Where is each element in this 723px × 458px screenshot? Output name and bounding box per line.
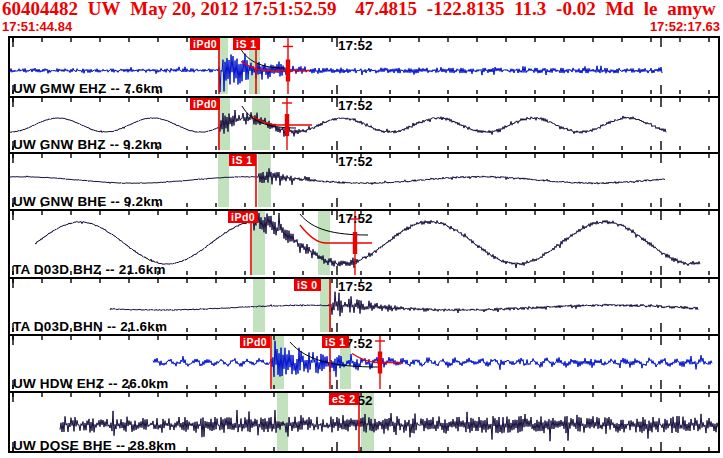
trace-panel-uw-gmw-ehz[interactable]: 17:52 UW GMW EHZ -- 7.6km iPd0iS 1 [8, 36, 720, 96]
minute-label: 17:52 [338, 279, 373, 294]
seismogram-waveform [10, 110, 666, 137]
trace-label: TA D03D BHZ -- 21.6km [13, 262, 166, 277]
coda-marker-bar[interactable] [378, 352, 382, 374]
phase-pick-label[interactable]: iS 1 [229, 154, 256, 166]
minute-label: 17:52 [338, 211, 373, 226]
trace-panel-uw-gnw-bhz[interactable]: 17:52 UW GNW BHZ -- 9.2km iPd0 [8, 96, 720, 152]
phase-pick-label[interactable]: iPd0 [190, 98, 220, 110]
trace-panel-uw-hdw-ehz[interactable]: 17:52 UW HDW EHZ -- 26.0km iPd0iS 1 [8, 334, 720, 391]
event-summary: 60404482 UW May 20, 2012 17:51:52.59 47.… [2, 0, 723, 19]
trace-label: UW GMW EHZ -- 7.6km [13, 81, 163, 96]
phase-pick-label[interactable]: iS 1 [233, 38, 260, 50]
trace-label: UW HDW EHZ -- 26.0km [13, 376, 169, 391]
phase-pick-label[interactable]: iS 1 [322, 336, 349, 348]
trace-label: UW DQSE BHE -- 28.8km [13, 438, 176, 453]
minute-label: 17:52 [338, 98, 373, 113]
magnitude-type: Md [605, 0, 634, 19]
window-start-time: 17:51:44.84 [2, 19, 72, 34]
phase-pick-label[interactable]: iPd0 [228, 211, 258, 223]
longitude: -122.8135 [427, 0, 505, 19]
seismogram-viewer: 60404482 UW May 20, 2012 17:51:52.59 47.… [0, 0, 723, 458]
network-code: UW [88, 0, 121, 19]
trace-panel-ta-d03d-bhz[interactable]: 17:52 TA D03D BHZ -- 21.6km iPd0 [8, 209, 720, 277]
coda-marker-bar[interactable] [285, 114, 289, 136]
seismogram-waveform [153, 341, 712, 377]
trace-panel-ta-d03d-bhn[interactable]: 17:52 TA D03D BHN -- 21.6km iS 0 [8, 277, 720, 334]
trace-panel-uw-gnw-bhe[interactable]: 17:52 UW GNW BHE -- 9.2km iS 1 [8, 152, 720, 209]
coda-fit-line [300, 225, 372, 243]
trace-panel-uw-dqse-bhe[interactable]: 17:52 UW DQSE BHE -- 28.8km eS 2 [8, 391, 720, 453]
trace-label: UW GNW BHE -- 9.2km [13, 194, 163, 209]
trace-label: UW GNW BHZ -- 9.2km [13, 137, 162, 152]
event-id: 60404482 [2, 0, 78, 19]
pick-window-band [218, 154, 229, 207]
magnitude: -0.02 [556, 0, 596, 19]
seismogram-waveform [10, 168, 665, 185]
coda-marker-bar[interactable] [286, 59, 290, 81]
coda-marker-bar[interactable] [353, 232, 357, 254]
seismogram-waveform [60, 410, 718, 441]
phase-pick-label[interactable]: iPd0 [190, 38, 220, 50]
minute-label: 17:52 [338, 154, 373, 169]
phase-pick-label[interactable]: eS 2 [329, 393, 359, 405]
origin-time: May 20, 2012 17:51:52.59 [130, 0, 336, 19]
event-type: le [644, 0, 658, 19]
latitude: 47.4815 [355, 0, 417, 19]
window-end-time: 17:52:17.63 [650, 19, 720, 34]
time-window-row: 17:51:44.84 17:52:17.63 [2, 19, 720, 34]
phase-pick-label[interactable]: iPd0 [240, 336, 270, 348]
trace-label: TA D03D BHN -- 21.6km [13, 319, 167, 334]
seismogram-waveform [110, 292, 698, 317]
analyst: amyw [667, 0, 716, 19]
depth-km: 11.3 [514, 0, 546, 19]
event-header: 60404482 UW May 20, 2012 17:51:52.59 47.… [2, 0, 719, 19]
minute-label: 17:52 [338, 38, 373, 53]
phase-pick-label[interactable]: iS 0 [294, 279, 321, 291]
